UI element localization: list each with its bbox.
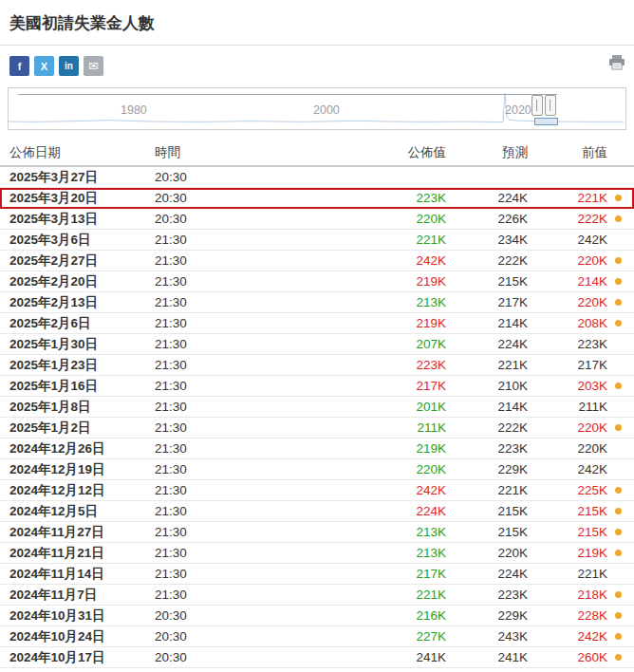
cell-forecast: 241K — [446, 650, 528, 664]
table-row[interactable]: 2025年3月20日20:30223K224K221K — [0, 188, 634, 209]
table-row[interactable]: 2024年11月7日21:30221K223K218K — [0, 585, 634, 606]
cell-actual: 221K — [361, 588, 446, 602]
cell-forecast: 224K — [446, 337, 528, 351]
cell-revision — [607, 585, 628, 605]
cell-publish-date: 2024年12月12日 — [9, 482, 155, 499]
cell-previous: 242K — [528, 629, 607, 644]
table-row[interactable]: 2024年12月12日21:30242K221K225K — [0, 480, 634, 501]
table-header-row: 公佈日期 時間 公佈值 預測 前值 — [0, 140, 634, 167]
cell-publish-date: 2024年11月27日 — [9, 524, 155, 541]
table-row[interactable]: 2025年1月2日21:30211K222K220K — [0, 418, 634, 439]
cell-revision — [607, 313, 628, 333]
cell-forecast: 224K — [446, 191, 528, 205]
cell-time: 20:30 — [155, 191, 361, 205]
cell-forecast: 222K — [446, 253, 528, 268]
cell-publish-date: 2024年12月5日 — [9, 503, 155, 520]
navigator-outline — [18, 94, 557, 95]
cell-publish-date: 2025年1月2日 — [9, 420, 155, 437]
cell-revision — [607, 355, 628, 375]
cell-previous: 222K — [528, 212, 607, 226]
cell-publish-date: 2025年1月8日 — [9, 399, 155, 416]
linkedin-share-button[interactable]: in — [59, 56, 79, 76]
table-row[interactable]: 2024年12月5日21:30224K215K215K — [0, 501, 634, 522]
table-row[interactable]: 2024年12月26日21:30219K223K220K — [0, 439, 634, 459]
table-row[interactable]: 2024年12月19日21:30220K229K242K — [0, 459, 634, 480]
cell-actual: 216K — [361, 608, 446, 623]
cell-previous: 220K — [528, 441, 607, 456]
cell-actual: 213K — [361, 525, 446, 539]
navigator-left-handle[interactable] — [531, 95, 543, 116]
navigator-year-label: 2000 — [313, 103, 340, 117]
table-row[interactable]: 2024年10月17日20:30241K241K260K — [0, 647, 634, 668]
cell-time: 21:30 — [155, 379, 361, 393]
table-row[interactable]: 2025年2月6日21:30219K214K208K — [0, 313, 634, 334]
table-row[interactable]: 2025年2月27日21:30242K222K220K — [0, 251, 634, 271]
table-row[interactable]: 2024年11月21日21:30213K220K219K — [0, 543, 634, 564]
cell-actual: 241K — [361, 650, 446, 664]
table-row[interactable]: 2025年1月30日21:30207K224K223K — [0, 334, 634, 355]
table-row[interactable]: 2025年2月13日21:30213K217K220K — [0, 292, 634, 313]
navigator-right-handle[interactable] — [545, 95, 556, 116]
cell-time: 21:30 — [155, 483, 361, 497]
cell-previous: 220K — [528, 295, 607, 309]
cell-revision — [607, 501, 628, 521]
chart-navigator[interactable]: 198020002020 — [8, 87, 626, 130]
cell-previous: 203K — [528, 379, 607, 393]
table-row[interactable]: 2025年3月13日20:30220K226K222K — [0, 209, 634, 230]
cell-previous: 228K — [528, 608, 607, 623]
cell-previous: 220K — [528, 420, 607, 435]
cell-revision — [607, 564, 628, 584]
cell-revision — [607, 647, 628, 667]
print-button[interactable] — [608, 55, 625, 73]
cell-time: 21:30 — [155, 546, 361, 560]
table-row[interactable]: 2025年3月6日21:30221K234K242K — [0, 230, 634, 251]
cell-forecast: 224K — [446, 567, 528, 581]
table-row[interactable]: 2024年10月24日20:30227K243K242K — [0, 626, 634, 647]
cell-forecast: 214K — [446, 316, 528, 330]
table-row[interactable]: 2025年1月8日21:30201K214K211K — [0, 397, 634, 418]
table-row[interactable]: 2024年11月27日21:30213K215K215K — [0, 522, 634, 543]
table-row[interactable]: 2025年1月16日21:30217K210K203K — [0, 376, 634, 397]
cell-previous: 218K — [528, 588, 607, 602]
cell-forecast: 220K — [446, 546, 528, 560]
cell-time: 21:30 — [155, 400, 361, 414]
cell-previous: 260K — [528, 650, 607, 664]
revision-dot-icon — [615, 487, 622, 494]
twitter-share-button[interactable]: X — [34, 56, 54, 76]
cell-time: 20:30 — [155, 212, 361, 226]
cell-revision — [607, 606, 628, 625]
navigator-scrollbar-thumb[interactable] — [534, 118, 558, 125]
cell-time: 20:30 — [155, 650, 361, 664]
cell-actual: 227K — [361, 629, 446, 644]
cell-publish-date: 2024年11月21日 — [9, 545, 155, 562]
cell-actual: 221K — [361, 233, 446, 247]
revision-dot-icon — [615, 257, 622, 264]
facebook-share-button[interactable]: f — [9, 56, 29, 76]
printer-icon — [608, 55, 625, 70]
cell-actual: 217K — [361, 379, 446, 393]
cell-forecast: 229K — [446, 608, 528, 623]
cell-previous: 215K — [528, 504, 607, 518]
cell-revision — [607, 439, 628, 458]
table-row[interactable]: 2025年3月27日20:30 — [0, 167, 634, 188]
email-icon: ✉ — [88, 59, 99, 73]
table-row[interactable]: 2024年10月31日20:30216K229K228K — [0, 606, 634, 626]
revision-dot-icon — [615, 550, 622, 556]
cell-previous: 242K — [528, 233, 607, 247]
cell-previous: 220K — [528, 253, 607, 268]
cell-publish-date: 2025年2月6日 — [9, 315, 155, 332]
cell-time: 21:30 — [155, 525, 361, 539]
cell-forecast: 210K — [446, 379, 528, 393]
cell-publish-date: 2025年2月13日 — [9, 294, 155, 311]
cell-time: 21:30 — [155, 441, 361, 456]
table-row[interactable]: 2025年1月23日21:30223K221K217K — [0, 355, 634, 376]
cell-publish-date: 2025年2月20日 — [9, 273, 155, 290]
cell-previous: 211K — [528, 400, 607, 414]
table-row[interactable]: 2025年2月20日21:30219K215K214K — [0, 271, 634, 292]
email-share-button[interactable]: ✉ — [84, 56, 103, 76]
cell-previous: 214K — [528, 274, 607, 289]
table-row[interactable]: 2024年11月14日21:30217K224K221K — [0, 564, 634, 585]
cell-revision — [607, 271, 628, 291]
cell-revision — [607, 230, 628, 250]
cell-revision — [607, 251, 628, 271]
